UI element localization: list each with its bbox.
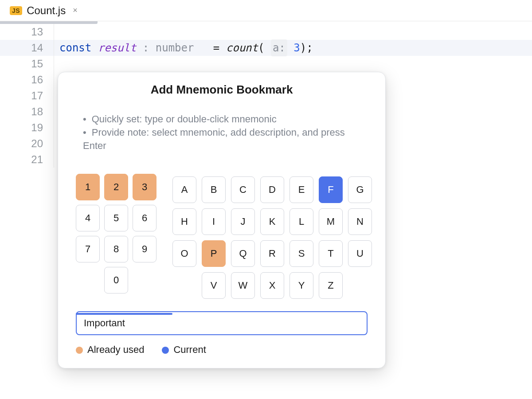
legend: Already used Current [76, 344, 368, 356]
tab-filename: Count.js [27, 4, 66, 17]
bookmark-note-input[interactable] [76, 311, 368, 335]
mnemonic-key-W[interactable]: W [231, 272, 255, 299]
mnemonic-key-9[interactable]: 9 [133, 236, 156, 262]
keypad-row: 1234567890 ABCDEFGHIJKLMNOPQRSTUVWXYZ [76, 174, 368, 299]
close-icon[interactable]: × [73, 6, 78, 15]
hint-item: Quickly set: type or double-click mnemon… [83, 113, 368, 126]
fn-count: count [226, 40, 258, 56]
mnemonic-key-P[interactable]: P [202, 240, 226, 267]
mnemonic-key-1[interactable]: 1 [76, 174, 100, 200]
type-hint-number: number [156, 40, 194, 56]
mnemonic-key-B[interactable]: B [202, 176, 226, 203]
mnemonic-key-8[interactable]: 8 [104, 236, 128, 262]
mnemonic-key-3[interactable]: 3 [133, 174, 156, 200]
mnemonic-key-4[interactable]: 4 [76, 205, 100, 231]
mnemonic-key-0[interactable]: 0 [104, 267, 128, 293]
mnemonic-key-I[interactable]: I [202, 208, 226, 235]
editor-tab[interactable]: JS Count.js × [4, 2, 83, 20]
hint-item: Provide note: select mnemonic, add descr… [83, 126, 368, 153]
mnemonic-key-M[interactable]: M [319, 208, 343, 235]
tab-bar: JS Count.js × [0, 0, 532, 21]
mnemonic-key-H[interactable]: H [172, 208, 196, 235]
mnemonic-key-2[interactable]: 2 [104, 174, 128, 200]
gutter-line: 13 [0, 24, 43, 40]
letter-keypad: ABCDEFGHIJKLMNOPQRSTUVWXYZ [172, 176, 372, 299]
mnemonic-key-X[interactable]: X [260, 272, 284, 299]
mnemonic-key-V[interactable]: V [202, 272, 226, 299]
code-line-14[interactable]: const result : number = count ( a: 3 ); [54, 40, 532, 56]
mnemonic-key-D[interactable]: D [260, 176, 284, 203]
assign-op: = [213, 40, 219, 56]
popup-title: Add Mnemonic Bookmark [76, 83, 368, 97]
mnemonic-key-7[interactable]: 7 [76, 236, 100, 262]
keyword-const: const [59, 40, 91, 56]
legend-dot-blue-icon [162, 347, 169, 354]
line-gutter: 131415161718192021 [0, 24, 54, 168]
mnemonic-key-Y[interactable]: Y [289, 272, 313, 299]
mnemonic-key-L[interactable]: L [289, 208, 313, 235]
identifier-result: result [98, 40, 137, 56]
mnemonic-key-G[interactable]: G [348, 176, 372, 203]
param-hint-a: a: [271, 39, 287, 56]
mnemonic-key-T[interactable]: T [319, 240, 343, 267]
gutter-line: 19 [0, 120, 43, 136]
mnemonic-bookmark-popup: Add Mnemonic Bookmark Quickly set: type … [58, 72, 386, 368]
mnemonic-key-K[interactable]: K [260, 208, 284, 235]
mnemonic-key-Q[interactable]: Q [231, 240, 255, 267]
mnemonic-key-Z[interactable]: Z [319, 272, 343, 299]
number-literal: 3 [293, 40, 300, 56]
paren-open: ( [258, 40, 264, 56]
mnemonic-key-A[interactable]: A [172, 176, 196, 203]
digit-keypad: 1234567890 [76, 174, 156, 293]
mnemonic-key-R[interactable]: R [260, 240, 284, 267]
js-file-icon: JS [10, 6, 22, 15]
gutter-line: 17 [0, 88, 43, 104]
mnemonic-key-6[interactable]: 6 [133, 205, 156, 231]
gutter-line: 18 [0, 104, 43, 120]
gutter-line: 16 [0, 72, 43, 88]
mnemonic-key-S[interactable]: S [289, 240, 313, 267]
gutter-line: 21 [0, 152, 43, 168]
gutter-line: 15 [0, 56, 43, 72]
legend-current: Current [162, 344, 206, 356]
type-hint-colon: : [143, 40, 149, 56]
legend-already-used: Already used [76, 344, 144, 356]
popup-hints: Quickly set: type or double-click mnemon… [76, 113, 368, 153]
mnemonic-key-5[interactable]: 5 [104, 205, 128, 231]
close-paren: ); [300, 40, 313, 56]
gutter-line: 20 [0, 136, 43, 152]
mnemonic-key-E[interactable]: E [289, 176, 313, 203]
mnemonic-key-C[interactable]: C [231, 176, 255, 203]
gutter-line: 14 [0, 40, 43, 56]
mnemonic-key-J[interactable]: J [231, 208, 255, 235]
legend-dot-orange-icon [76, 347, 83, 354]
mnemonic-key-O[interactable]: O [172, 240, 196, 267]
mnemonic-key-N[interactable]: N [348, 208, 372, 235]
mnemonic-key-F[interactable]: F [319, 176, 343, 203]
mnemonic-key-U[interactable]: U [348, 240, 372, 267]
